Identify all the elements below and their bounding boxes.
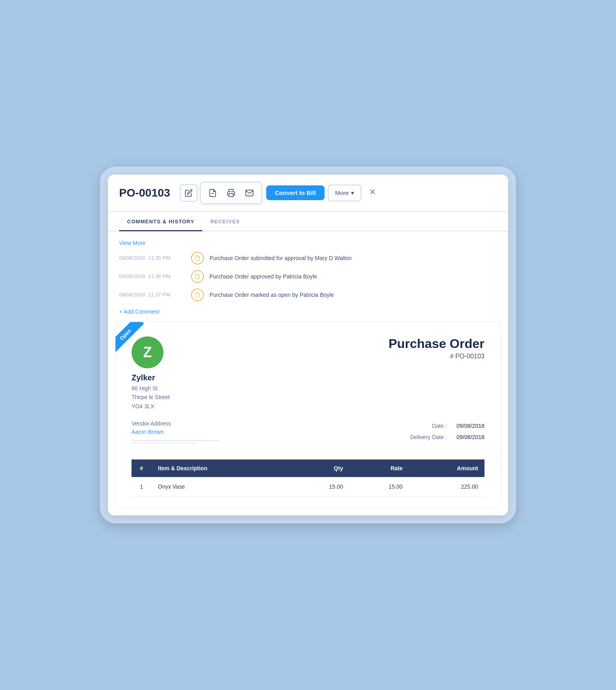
vendor-address-label: Vendor Address: [132, 420, 219, 427]
po-document: Open Z Zylker 86 High St Thirpe le Stree…: [115, 322, 501, 508]
view-more-link[interactable]: View More: [119, 240, 146, 246]
po-header-row: Z Zylker 86 High St Thirpe le Street YO4…: [132, 336, 484, 411]
table-header-row: # Item & Description Qty Rate Amount: [132, 459, 484, 477]
device-frame: PO-00103 Convert to Bill More ▾: [100, 167, 516, 523]
history-text-1: Purchase Order submitted for approval by…: [209, 255, 352, 261]
history-row: 09/08/2018 11:37 PM Purchase Order marke…: [119, 288, 497, 301]
history-row: 09/08/2018 11:36 PM Purchase Order appro…: [119, 270, 497, 283]
chevron-down-icon: ▾: [351, 189, 354, 197]
comments-section: View More 09/08/2018 11:35 PM Purchase O…: [108, 231, 508, 322]
date-label: Date :: [432, 423, 447, 429]
po-body: Z Zylker 86 High St Thirpe le Street YO4…: [116, 322, 500, 508]
print-button[interactable]: [222, 184, 240, 202]
address-line-2: [132, 443, 195, 443]
delivery-date-value: 09/08/2018: [457, 434, 484, 440]
po-document-title: Purchase Order: [389, 336, 484, 351]
address-line-1: [132, 440, 219, 441]
date-value: 09/08/2018: [457, 423, 484, 429]
history-timestamp-3: 09/08/2018 11:37 PM: [119, 292, 191, 298]
vendor-contact-link[interactable]: Aaron Brown: [132, 429, 164, 435]
item-qty: 15.00: [290, 477, 349, 497]
history-text-2: Purchase Order approved by Patricia Boyl…: [209, 273, 317, 280]
icon-toolbar: [200, 182, 262, 204]
tab-receives[interactable]: RECEIVES: [202, 212, 248, 231]
po-items-table: # Item & Description Qty Rate Amount 1 O…: [132, 459, 484, 497]
more-button[interactable]: More ▾: [328, 185, 361, 201]
svg-rect-1: [229, 194, 233, 197]
history-row: 09/08/2018 11:35 PM Purchase Order submi…: [119, 252, 497, 264]
modal-container: PO-00103 Convert to Bill More ▾: [108, 175, 508, 515]
email-button[interactable]: [241, 184, 258, 202]
page-title: PO-00103: [119, 187, 170, 199]
po-title-block: Purchase Order # PO-00103: [389, 336, 484, 360]
add-comment-link[interactable]: + Add Comment: [119, 308, 159, 315]
status-ribbon: Open: [116, 322, 155, 362]
delivery-date-label: Delivery Date :: [410, 434, 447, 440]
history-icon-3: [191, 288, 204, 301]
item-rate: 15.00: [349, 477, 409, 497]
dates-block: Date : 09/08/2018 Delivery Date : 09/08/…: [410, 420, 484, 443]
date-row: Date : 09/08/2018: [410, 420, 484, 431]
col-amount: Amount: [409, 459, 484, 477]
col-num: #: [132, 459, 152, 477]
modal-header: PO-00103 Convert to Bill More ▾: [108, 175, 508, 212]
history-timestamp-1: 09/08/2018 11:35 PM: [119, 255, 191, 261]
history-icon-2: [191, 270, 204, 283]
col-qty: Qty: [290, 459, 349, 477]
pdf-button[interactable]: [204, 184, 221, 202]
delivery-date-row: Delivery Date : 09/08/2018: [410, 431, 484, 443]
tab-comments-history[interactable]: COMMENTS & HISTORY: [119, 212, 202, 231]
address-lines: [132, 440, 219, 443]
tabs: COMMENTS & HISTORY RECEIVES: [108, 212, 508, 231]
vendor-name: Zylker: [132, 373, 170, 382]
convert-to-bill-button[interactable]: Convert to Bill: [266, 185, 325, 200]
col-item: Item & Description: [152, 459, 290, 477]
item-description: Onyx Vase: [152, 477, 290, 497]
history-timestamp-2: 09/08/2018 11:36 PM: [119, 273, 191, 279]
table-row: 1 Onyx Vase 15.00 15.00 225.00: [132, 477, 484, 497]
edit-button[interactable]: [180, 184, 197, 202]
close-button[interactable]: [366, 185, 379, 201]
item-num: 1: [132, 477, 152, 497]
vendor-address-section: Vendor Address Aaron Brown: [132, 420, 219, 443]
history-text-3: Purchase Order marked as open by Patrici…: [209, 292, 334, 298]
vendor-address: 86 High St Thirpe le Street YO4 3LX: [132, 384, 170, 411]
history-icon-1: [191, 252, 204, 264]
col-rate: Rate: [349, 459, 409, 477]
status-ribbon-text: Open: [116, 322, 144, 353]
po-number: # PO-00103: [389, 353, 484, 360]
item-amount: 225.00: [409, 477, 484, 497]
